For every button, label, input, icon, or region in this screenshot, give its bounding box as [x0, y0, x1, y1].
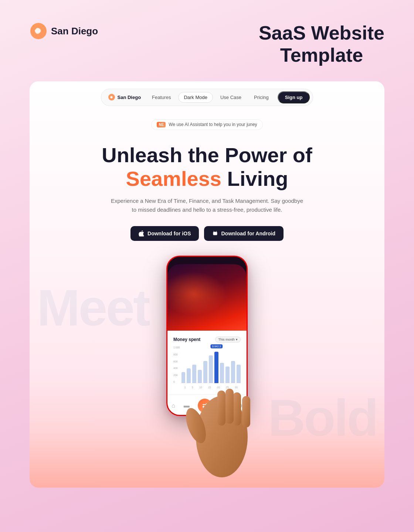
home-icon: ⌂: [172, 402, 175, 409]
phone-notch: [192, 257, 222, 264]
inner-card: San Diego Features Dark Mode Use Case Pr…: [30, 81, 384, 488]
banner-badge: NE: [157, 122, 166, 127]
chart-x-label: 20: [217, 386, 220, 389]
phone-bottom-nav: ⌂ ▬ ⇄ ▐▌ ⚙: [167, 395, 247, 415]
download-ios-button[interactable]: Download for iOS: [130, 226, 199, 241]
chart-bar: [231, 361, 235, 383]
nav-logo: San Diego: [104, 92, 145, 102]
nav-logo-text: San Diego: [118, 95, 141, 100]
announcement-banner: NE We use AI Assistant to help you in yo…: [30, 119, 384, 130]
wallet-icon: ▬: [184, 402, 190, 409]
hero-cta-buttons: Download for iOS Download for Android: [52, 226, 362, 241]
phone-content: Money spent This month ▾ 1 000: [167, 331, 247, 395]
phone-nav-home[interactable]: ⌂: [172, 402, 175, 409]
phone-chart-period: This month ▾: [215, 337, 241, 342]
chart-y-label: 600: [173, 360, 180, 363]
chart-bar: [209, 355, 213, 383]
nav-link-usecase[interactable]: Use Case: [215, 92, 247, 102]
chart-x-labels: 1 5 10 15 20 25 30: [181, 386, 241, 389]
hero-title-orange: Seamless: [126, 167, 221, 190]
chart-x-label: 5: [192, 386, 193, 389]
signup-button[interactable]: Sign up: [278, 91, 310, 103]
chart-x-label: 25: [226, 386, 229, 389]
chart-x-label: 1: [184, 386, 186, 389]
phone-chart-header: Money spent This month ▾: [173, 337, 241, 342]
phone-nav-chart[interactable]: ▐▌: [220, 402, 229, 410]
chart-bar: [220, 363, 224, 383]
logo-icon: [30, 22, 47, 40]
nav-link-pricing[interactable]: Pricing: [249, 92, 274, 102]
chart-x-label: 30: [235, 386, 238, 389]
phone-mockup: Money spent This month ▾ 1 000: [166, 256, 248, 416]
phone-nav-center-button[interactable]: ⇄: [198, 399, 212, 413]
template-title: SaaS Website Template: [259, 22, 384, 66]
chart-x-label: 15: [208, 386, 211, 389]
chart-x-label: 10: [199, 386, 202, 389]
chart-y-label: 200: [173, 374, 180, 376]
hero-subtitle: Experience a New Era of Time, Finance, a…: [111, 197, 303, 214]
bg-text-bold: Bold: [268, 388, 377, 448]
chart-bar: [237, 365, 241, 383]
logo-area: San Diego: [30, 22, 98, 40]
nav-dark-mode-toggle[interactable]: Dark Mode: [178, 92, 213, 103]
hero-section: Unleash the Power of Seamless Living Exp…: [30, 136, 384, 241]
svg-point-2: [214, 233, 215, 234]
phone-hand-container: Money spent This month ▾ 1 000: [166, 256, 248, 416]
logo-text: San Diego: [51, 25, 98, 37]
phone-chart-title: Money spent: [173, 337, 200, 342]
banner-inner: NE We use AI Assistant to help you in yo…: [151, 119, 262, 130]
bg-text-meet: Meet: [37, 278, 149, 338]
chevron-icon: ▾: [236, 338, 238, 341]
chart-bar: [198, 370, 202, 383]
banner-text: We use AI Assistant to help you in your …: [169, 122, 257, 127]
chart-bar: [192, 365, 196, 383]
chart-y-label: 400: [173, 367, 180, 369]
chart-y-label: 0: [173, 381, 180, 383]
phone-nav-settings[interactable]: ⚙: [237, 402, 242, 409]
phone-screen-top: [167, 264, 247, 331]
chart-bar: [203, 361, 207, 383]
chart-icon: ▐▌: [220, 402, 229, 410]
chart-bar-highlighted: $ 842.3: [214, 352, 218, 383]
navbar: San Diego Features Dark Mode Use Case Pr…: [30, 81, 384, 113]
download-android-button[interactable]: Download for Android: [204, 226, 283, 241]
svg-point-3: [216, 233, 217, 234]
chart-bar: [225, 366, 230, 383]
navbar-inner: San Diego Features Dark Mode Use Case Pr…: [101, 89, 313, 106]
hero-title-black: Living: [221, 167, 288, 190]
template-title-text: SaaS Website Template: [259, 22, 384, 66]
settings-icon: ⚙: [237, 402, 242, 409]
chart-y-label: 800: [173, 353, 180, 356]
phone-area: Meet Bold Money spent Thi: [30, 256, 384, 477]
android-icon: [212, 231, 218, 236]
apple-icon: [139, 231, 145, 236]
outer-header: San Diego SaaS Website Template: [0, 0, 414, 81]
chart-bar: [187, 368, 191, 383]
chart-bar: [181, 372, 186, 383]
nav-logo-icon-small: [108, 93, 115, 101]
nav-link-features[interactable]: Features: [147, 92, 176, 102]
hero-title: Unleash the Power of Seamless Living: [52, 143, 362, 191]
chart-y-label: 1 000: [173, 346, 180, 349]
phone-nav-wallet[interactable]: ▬: [184, 402, 190, 409]
exchange-icon: ⇄: [202, 402, 208, 410]
page-background: San Diego SaaS Website Template: [0, 0, 414, 532]
chart-tooltip: $ 842.3: [210, 344, 223, 348]
chart-y-labels: 1 000 800 600 400 200 0: [173, 346, 180, 383]
chart-bars: $ 842.3: [181, 346, 241, 383]
